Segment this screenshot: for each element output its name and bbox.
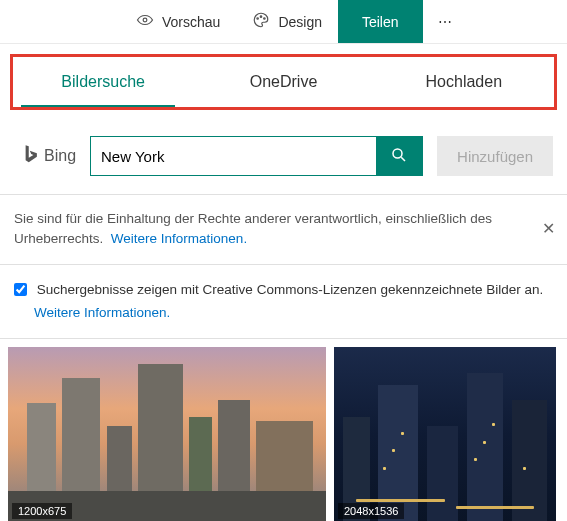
search-input[interactable] bbox=[91, 137, 376, 175]
cc-more-info-link[interactable]: Weitere Informationen. bbox=[34, 302, 553, 324]
search-button[interactable] bbox=[376, 137, 422, 175]
rights-notice: Sie sind für die Einhaltung der Rechte a… bbox=[0, 194, 567, 265]
tab-image-search[interactable]: Bildersuche bbox=[13, 57, 193, 107]
results-grid: 1200x675 2048x1536 bbox=[0, 339, 567, 521]
rights-notice-text: Sie sind für die Einhaltung der Rechte a… bbox=[14, 211, 492, 246]
search-box bbox=[90, 136, 423, 176]
bing-brand: Bing bbox=[22, 144, 76, 168]
top-toolbar: Vorschau Design Teilen ⋯ bbox=[0, 0, 567, 44]
preview-label: Vorschau bbox=[162, 14, 220, 30]
tab-upload-label: Hochladen bbox=[426, 73, 503, 91]
svg-line-5 bbox=[401, 157, 405, 161]
search-icon bbox=[390, 146, 408, 167]
ellipsis-icon: ⋯ bbox=[438, 14, 452, 30]
svg-point-1 bbox=[257, 18, 259, 20]
tab-upload[interactable]: Hochladen bbox=[374, 57, 554, 107]
dimensions-badge: 1200x675 bbox=[12, 503, 72, 519]
share-button[interactable]: Teilen bbox=[338, 0, 423, 43]
add-button: Hinzufügen bbox=[437, 136, 553, 176]
tab-onedrive[interactable]: OneDrive bbox=[193, 57, 373, 107]
bing-icon bbox=[22, 144, 38, 168]
search-row: Bing Hinzufügen bbox=[0, 110, 567, 194]
cc-checkbox-label: Suchergebnisse zeigen mit Creative Commo… bbox=[37, 282, 544, 297]
tab-onedrive-label: OneDrive bbox=[250, 73, 318, 91]
share-label: Teilen bbox=[362, 14, 399, 30]
palette-icon bbox=[252, 11, 270, 32]
svg-point-2 bbox=[261, 16, 263, 18]
cc-filter-row: Suchergebnisse zeigen mit Creative Commo… bbox=[0, 265, 567, 339]
bing-label: Bing bbox=[44, 147, 76, 165]
design-button[interactable]: Design bbox=[236, 0, 338, 43]
svg-point-4 bbox=[393, 149, 402, 158]
more-button[interactable]: ⋯ bbox=[423, 0, 467, 43]
tab-image-search-label: Bildersuche bbox=[61, 73, 145, 91]
preview-button[interactable]: Vorschau bbox=[120, 0, 236, 43]
rights-notice-link[interactable]: Weitere Informationen. bbox=[111, 231, 247, 246]
result-thumbnail[interactable]: 1200x675 bbox=[8, 347, 326, 521]
dimensions-badge: 2048x1536 bbox=[338, 503, 404, 519]
cc-checkbox[interactable] bbox=[14, 283, 27, 296]
close-icon[interactable]: ✕ bbox=[542, 217, 555, 241]
design-label: Design bbox=[278, 14, 322, 30]
svg-point-3 bbox=[264, 18, 266, 20]
add-button-label: Hinzufügen bbox=[457, 148, 533, 165]
result-thumbnail[interactable]: 2048x1536 bbox=[334, 347, 556, 521]
image-source-tabs: Bildersuche OneDrive Hochladen bbox=[10, 54, 557, 110]
eye-icon bbox=[136, 11, 154, 32]
svg-point-0 bbox=[143, 18, 147, 22]
